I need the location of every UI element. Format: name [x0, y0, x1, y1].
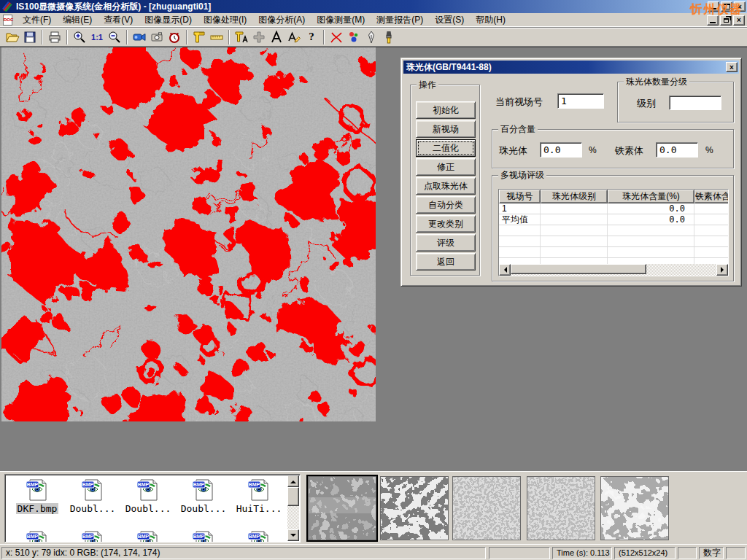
- measure-text-button[interactable]: [233, 29, 250, 45]
- menu-view[interactable]: 查看(V): [98, 12, 139, 28]
- scroll-down-button[interactable]: [287, 529, 299, 541]
- grade-group: 珠光体数量分级 级别: [617, 82, 734, 122]
- child-close-button[interactable]: ×: [733, 15, 745, 26]
- close-button[interactable]: ×: [734, 1, 746, 12]
- table-horizontal-scrollbar[interactable]: [499, 264, 728, 276]
- zoom-out-button[interactable]: [106, 29, 123, 45]
- minimize-button[interactable]: [708, 1, 719, 12]
- zoom-out-icon: [107, 30, 122, 44]
- toolbar-separator: [42, 30, 43, 44]
- scrollbar-thumb[interactable]: [287, 487, 299, 506]
- dialog-button-revise[interactable]: 修正: [416, 158, 476, 176]
- zoom-in-button[interactable]: [71, 29, 88, 45]
- scrollbar-thumb[interactable]: [511, 264, 646, 274]
- current-field-input[interactable]: [557, 93, 604, 109]
- menu-image-measure[interactable]: 图像测量(M): [311, 12, 371, 28]
- pen-tool-button[interactable]: [363, 29, 380, 45]
- dialog-button-auto-classify[interactable]: 自动分类: [416, 196, 476, 214]
- thumbnail-2[interactable]: [380, 476, 449, 540]
- file-list-scrollbar[interactable]: [287, 475, 299, 541]
- dialog-button-new-field[interactable]: 新视场: [416, 120, 476, 138]
- pattern-block-button[interactable]: [250, 29, 268, 45]
- dialog-close-button[interactable]: ×: [726, 62, 738, 72]
- toolbar: 1:1 ?: [0, 28, 747, 47]
- dialog-button-binarize[interactable]: 二值化: [416, 139, 476, 157]
- file-item[interactable]: BMPDoubl...: [177, 478, 230, 515]
- close-icon: ×: [738, 3, 742, 11]
- scroll-left-button[interactable]: [499, 264, 511, 276]
- table-row[interactable]: [499, 225, 728, 236]
- table-column-header[interactable]: 视场号: [499, 190, 541, 203]
- table-row[interactable]: 平均值0.0: [499, 214, 728, 225]
- file-item[interactable]: BMP: [233, 530, 285, 542]
- color-mark-button[interactable]: [345, 29, 363, 45]
- scroll-up-button[interactable]: [287, 475, 299, 487]
- thumbnail-5[interactable]: [600, 476, 669, 540]
- text-button[interactable]: [268, 29, 285, 45]
- file-item[interactable]: BMP: [66, 530, 119, 542]
- dialog-button-rate[interactable]: 评级: [416, 234, 476, 252]
- dialog-button-return[interactable]: 返回: [416, 253, 476, 271]
- menu-help[interactable]: 帮助(H): [470, 12, 511, 28]
- file-list[interactable]: BMPDKF.bmpBMPBMPDoubl...BMPBMPDoubl...BM…: [4, 474, 301, 542]
- save-button[interactable]: [21, 29, 39, 45]
- menu-image-display[interactable]: 图像显示(D): [139, 12, 198, 28]
- file-item[interactable]: BMP: [177, 530, 230, 542]
- video-capture-button[interactable]: [131, 29, 148, 45]
- timer-button[interactable]: [166, 29, 183, 45]
- grade-input[interactable]: [669, 96, 721, 110]
- dialog-button-initialize[interactable]: 初始化: [416, 101, 476, 119]
- micrograph-container: [1, 47, 376, 421]
- child-restore-button[interactable]: [720, 15, 732, 26]
- file-item[interactable]: BMPDKF.bmp: [11, 478, 63, 515]
- file-item[interactable]: BMPDoubl...: [122, 478, 174, 515]
- actual-size-button[interactable]: 1:1: [88, 29, 106, 45]
- table-row[interactable]: [499, 236, 728, 247]
- table-column-header[interactable]: 珠光体含量(%): [608, 190, 694, 203]
- help-button[interactable]: ?: [303, 29, 320, 45]
- menu-settings[interactable]: 设置(S): [429, 12, 470, 28]
- table-row[interactable]: 10.0: [499, 203, 728, 214]
- table-column-header[interactable]: 珠光体级别: [541, 190, 608, 203]
- file-item[interactable]: BMPHuiTi...: [233, 478, 285, 515]
- open-button[interactable]: [4, 29, 21, 45]
- menu-image-analysis[interactable]: 图像分析(A): [252, 12, 311, 28]
- file-item[interactable]: BMP: [11, 530, 63, 542]
- thumbnail-1[interactable]: [308, 476, 376, 540]
- photo-capture-button[interactable]: [148, 29, 166, 45]
- ruler-measure-button[interactable]: [208, 29, 225, 45]
- scroll-right-button[interactable]: [716, 264, 728, 276]
- table-row[interactable]: [499, 247, 728, 258]
- table-cell: 1: [499, 203, 541, 214]
- svg-text:BMP: BMP: [27, 482, 39, 487]
- annotate-button[interactable]: [285, 29, 303, 45]
- ferrite-percent-input[interactable]: [656, 142, 698, 158]
- dialog-button-pick-pearlite[interactable]: 点取珠光体: [416, 177, 476, 195]
- thumbnail-4[interactable]: [527, 476, 595, 540]
- menu-file[interactable]: 文件(F): [17, 12, 57, 28]
- print-button[interactable]: [46, 29, 63, 45]
- dialog-button-change-class[interactable]: 更改类别: [416, 215, 476, 233]
- menu-image-process[interactable]: 图像处理(I): [198, 12, 252, 28]
- pearlite-percent-input[interactable]: [540, 142, 582, 158]
- table-column-header[interactable]: 铁素体含量(%): [694, 190, 729, 203]
- child-minimize-button[interactable]: [707, 15, 719, 26]
- thumbnail-3[interactable]: [452, 476, 521, 540]
- menu-edit[interactable]: 编辑(E): [57, 12, 98, 28]
- scrollbar-track[interactable]: [511, 264, 716, 276]
- micrograph-image[interactable]: [1, 47, 376, 421]
- print-icon: [47, 30, 62, 44]
- measure-text-icon: [234, 30, 249, 44]
- file-item[interactable]: BMP: [122, 530, 174, 542]
- document-icon[interactable]: DOC: [3, 15, 12, 26]
- file-item[interactable]: BMPDoubl...: [66, 478, 119, 515]
- pearlite-label: 珠光体: [499, 144, 527, 158]
- curve-tool-button[interactable]: [328, 29, 345, 45]
- menu-measure-report[interactable]: 测量报告(P): [371, 12, 429, 28]
- mode-panel: 数字: [699, 547, 724, 559]
- caliper-measure-button[interactable]: [190, 29, 208, 45]
- restore-icon: [724, 18, 729, 23]
- caliper-icon: [192, 30, 206, 44]
- maximize-button[interactable]: [721, 1, 732, 12]
- brush-tool-button[interactable]: [380, 29, 398, 45]
